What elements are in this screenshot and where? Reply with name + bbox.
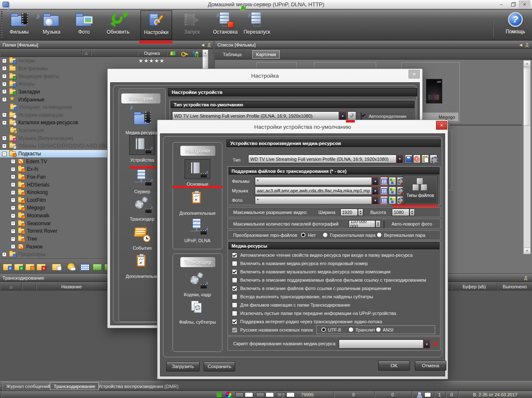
dropdown-icon[interactable]: ▼ xyxy=(372,187,379,195)
folder-edit-icon[interactable] xyxy=(25,262,35,270)
tab-categories[interactable]: Категории xyxy=(121,93,160,103)
device-dialog-codecs-frame-item[interactable]: Кодеки, кадр xyxy=(173,270,222,297)
bottom-tab-dmr[interactable]: Устройства воспроизведения (DMR) xyxy=(95,382,182,390)
cards-scrollbar-thumb[interactable] xyxy=(523,68,531,126)
load-button[interactable]: Загрузить xyxy=(166,361,200,371)
toolbar-button-stop[interactable]: Остановка xyxy=(209,10,241,39)
toolbar-button-settings[interactable]: Настройки xyxy=(140,10,172,39)
expander-icon[interactable]: + xyxy=(2,82,7,86)
pixels-stepper[interactable]: ▲▼ xyxy=(375,220,381,228)
expander-icon[interactable]: + xyxy=(11,167,15,172)
media-option-checkbox[interactable] xyxy=(232,253,237,258)
tab-таблица[interactable]: Таблица xyxy=(219,50,245,59)
expander-icon[interactable]: + xyxy=(11,244,15,249)
sort-column[interactable]: △ xyxy=(81,50,91,57)
ok-button[interactable]: OK xyxy=(378,361,410,371)
media-option-checkbox[interactable] xyxy=(232,302,237,308)
tab-settings[interactable]: Настройки xyxy=(180,146,215,156)
expander-icon[interactable]: + xyxy=(11,182,15,187)
file-types-select-0[interactable]: * xyxy=(255,177,372,185)
expander-icon[interactable]: + xyxy=(11,237,15,241)
device-dialog-basic-item[interactable]: Основные xyxy=(173,159,222,187)
media-option-checkbox[interactable] xyxy=(232,278,237,283)
toolbar-button-films[interactable]: Фильмы xyxy=(3,10,35,39)
device-dialog-files-subtitles-item[interactable]: Файлы, субтитры xyxy=(173,298,222,324)
media-option-checkbox[interactable] xyxy=(232,319,237,324)
folder-user-add-icon[interactable]: + xyxy=(2,262,12,270)
file-row-tool-blocks-icon[interactable] xyxy=(389,187,396,195)
file-row-tool-grid-icon[interactable] xyxy=(380,187,388,195)
bottom-tab-transcoding[interactable]: Транскодирование xyxy=(50,382,99,390)
expander-icon[interactable]: + xyxy=(2,144,7,148)
pin-icon[interactable]: Д xyxy=(206,42,212,48)
expander-icon[interactable]: + xyxy=(2,120,7,125)
dropdown-icon[interactable]: ▼ xyxy=(372,196,379,204)
bottom-tab-log[interactable]: Журнал сообщений xyxy=(2,382,54,390)
mpo-radio-2[interactable] xyxy=(377,232,382,238)
folder-import-icon[interactable] xyxy=(92,262,102,270)
media-option-checkbox[interactable] xyxy=(232,311,237,316)
file-row-tool-grid-icon[interactable] xyxy=(380,196,388,204)
users-filter-button[interactable] xyxy=(168,51,178,57)
mpo-radio-1[interactable] xyxy=(323,232,328,238)
cancel-button[interactable]: Отмена xyxy=(415,361,446,371)
tab-transcoder[interactable]: Транскодер xyxy=(180,257,215,267)
save-profile-button[interactable] xyxy=(405,155,412,163)
expander-icon[interactable]: + xyxy=(2,113,7,117)
expander-icon[interactable]: + xyxy=(11,159,15,164)
save-button[interactable]: Сохранить xyxy=(204,361,235,371)
device-dialog-file-types-button[interactable]: Типы файлов xyxy=(403,176,438,204)
dropdown-icon[interactable]: ▼ xyxy=(397,155,403,163)
encoding-radio-Транслит[interactable] xyxy=(348,327,354,332)
rating-column-header[interactable]: Оценка xyxy=(137,50,166,57)
file-types-select-2[interactable]: * xyxy=(255,196,372,204)
encoding-radio-ANSI[interactable] xyxy=(376,327,381,332)
width-stepper[interactable]: ▲▼ xyxy=(358,209,363,216)
expander-icon[interactable]: − xyxy=(2,152,7,156)
pin-icon[interactable]: Д xyxy=(523,275,529,281)
sort-order-button[interactable] xyxy=(190,51,200,57)
expander-icon[interactable]: + xyxy=(11,198,15,202)
folder-cloud-icon[interactable] xyxy=(52,262,62,270)
device-profile-select[interactable]: WD TV Live Streaming Full version Profil… xyxy=(172,111,339,120)
minimize-button[interactable]: – xyxy=(495,0,507,9)
access-filter-button[interactable] xyxy=(179,51,189,57)
media-option-checkbox[interactable] xyxy=(232,294,237,300)
expander-icon[interactable]: + xyxy=(2,136,7,140)
grid-view-icon[interactable] xyxy=(80,262,90,270)
toolbar-button-restart[interactable]: Перезапуск xyxy=(241,10,273,39)
scroll-up-icon[interactable]: ▲ xyxy=(523,60,531,67)
expander-icon[interactable]: + xyxy=(2,89,7,94)
dropdown-icon[interactable]: ▼ xyxy=(372,177,379,185)
restore-profile-button[interactable] xyxy=(413,155,421,163)
dropdown-icon[interactable]: ▼ xyxy=(339,111,346,120)
height-field[interactable]: 1080 xyxy=(392,209,409,216)
expander-icon[interactable]: + xyxy=(11,229,15,233)
expander-icon[interactable]: + xyxy=(2,97,7,102)
expander-icon[interactable]: + xyxy=(11,174,15,179)
device-type-select[interactable]: WD TV Live Streaming Full version Profil… xyxy=(248,155,397,163)
file-types-select-1[interactable]: aac,ac3,aiff,amr,ape,awb,cda,dts,flac,m4… xyxy=(255,187,372,195)
media-option-checkbox[interactable] xyxy=(232,261,237,266)
folder-delete-icon[interactable]: × xyxy=(36,262,46,270)
height-stepper[interactable]: ▲▼ xyxy=(409,209,415,216)
transcoding-sort-column[interactable]: △ xyxy=(0,283,22,290)
device-dialog-close-button[interactable]: × xyxy=(436,121,447,130)
toolbar-button-start[interactable]: Запуск xyxy=(176,10,208,39)
restore-button[interactable] xyxy=(507,0,519,9)
media-option-checkbox[interactable] xyxy=(232,269,237,275)
pin-icon[interactable]: Д xyxy=(524,42,530,48)
column-buffer[interactable]: Буфер (кБ) xyxy=(451,283,497,290)
file-row-tool-blocks-icon[interactable] xyxy=(389,177,396,185)
russian-names-checkbox[interactable] xyxy=(232,327,237,333)
collapse-left-icon[interactable]: ◀ xyxy=(518,42,524,48)
expander-icon[interactable]: + xyxy=(2,66,7,71)
width-field[interactable]: 1920 xyxy=(340,209,358,216)
expander-icon[interactable]: + xyxy=(2,59,7,63)
media-option-checkbox[interactable] xyxy=(232,286,237,291)
scroll-down-icon[interactable]: ▼ xyxy=(523,248,531,254)
expander-icon[interactable]: + xyxy=(11,221,15,226)
device-dialog-upnp-dlna-item[interactable]: UPnP, DLNA xyxy=(173,216,222,243)
script-select[interactable] xyxy=(339,339,424,349)
dropdown-icon[interactable]: ▼ xyxy=(424,339,430,349)
